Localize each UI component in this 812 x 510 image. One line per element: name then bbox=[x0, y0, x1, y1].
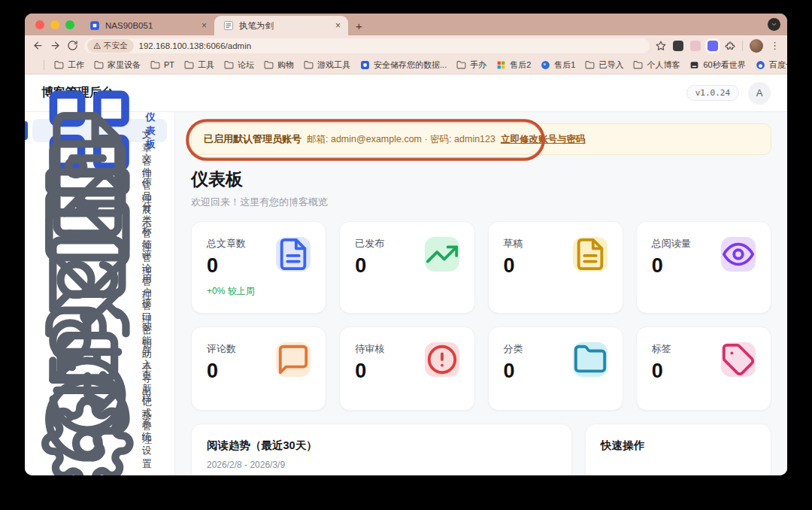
bookmark-item[interactable]: 已导入 bbox=[585, 59, 623, 71]
tab-title: 执笔为剑 bbox=[239, 20, 274, 32]
bookmark-item[interactable]: 个人博客 bbox=[633, 59, 680, 71]
version-badge: v1.0.24 bbox=[686, 85, 739, 101]
forward-button[interactable] bbox=[50, 40, 61, 51]
profile-avatar[interactable] bbox=[750, 39, 763, 53]
sidebar-item-icon bbox=[41, 397, 134, 475]
address-bar[interactable]: 不安全 192.168.100.138:6066/admin bbox=[84, 38, 650, 53]
bookmark-item[interactable]: 工具 bbox=[184, 59, 214, 71]
bookmark-icon bbox=[496, 60, 506, 70]
stat-card: 标签 0 bbox=[636, 326, 771, 411]
stat-label: 待审核 bbox=[355, 342, 384, 356]
stat-card: 待审核 0 bbox=[339, 326, 474, 411]
minimize-window-button[interactable] bbox=[50, 20, 59, 29]
bookmark-label: 售后2 bbox=[510, 59, 531, 71]
bookmark-item[interactable]: 安全储存您的数据... bbox=[360, 59, 447, 71]
page-subtitle: 欢迎回来！这里有您的博客概览 bbox=[191, 196, 771, 209]
stat-card: 已发布 0 bbox=[339, 221, 474, 314]
stat-value: 0 bbox=[355, 256, 384, 276]
extensions-puzzle-icon[interactable] bbox=[725, 41, 735, 51]
alert-bold-text: 已启用默认管理员账号 bbox=[204, 132, 301, 146]
bookmark-label: 游戏工具 bbox=[317, 59, 350, 71]
stat-icon-chip bbox=[573, 342, 607, 377]
tab-close-icon[interactable]: × bbox=[335, 21, 341, 30]
reading-trend-panel: 阅读趋势（最近30天） 2026/2/8 - 2026/3/9 bbox=[191, 423, 572, 475]
bookmark-icon bbox=[54, 60, 64, 70]
stat-card: 草稿 0 bbox=[488, 221, 623, 314]
bookmark-icon bbox=[150, 60, 160, 70]
stat-value: 0 bbox=[652, 256, 691, 276]
bookmark-label: 家里设备 bbox=[108, 59, 141, 71]
extension-icon[interactable] bbox=[690, 41, 701, 51]
bookmark-item[interactable]: 工作 bbox=[54, 59, 84, 71]
extension-icon[interactable] bbox=[707, 41, 718, 51]
browser-window: NAS90B051 × 执笔为剑 × + bbox=[25, 14, 787, 475]
sidebar-nav: 仪表板 文章管理 文件管理 作品展示 bbox=[25, 112, 175, 475]
reload-button[interactable] bbox=[67, 40, 78, 51]
change-credentials-link[interactable]: 立即修改账号与密码 bbox=[501, 133, 586, 146]
bookmark-item[interactable]: PT bbox=[150, 60, 174, 70]
bookmark-icon bbox=[541, 60, 550, 70]
bookmark-icon bbox=[264, 60, 274, 70]
bookmark-item[interactable]: 60秒看世界 bbox=[689, 59, 745, 71]
stat-label: 分类 bbox=[504, 342, 523, 356]
chrome-chevron-down-icon[interactable] bbox=[768, 18, 780, 31]
tab-favicon-icon bbox=[223, 20, 234, 31]
url-text: 192.168.100.138:6066/admin bbox=[139, 41, 252, 50]
bookmark-label: 购物 bbox=[277, 59, 294, 71]
bookmark-item[interactable]: 手办 bbox=[456, 59, 486, 71]
stat-value: 0 bbox=[207, 256, 255, 276]
stat-icon-chip bbox=[425, 342, 459, 377]
bookmark-label: 百度一下，你就知道 bbox=[769, 59, 787, 71]
bookmark-item[interactable]: 百度一下，你就知道 bbox=[756, 59, 787, 71]
stat-label: 评论数 bbox=[207, 342, 236, 356]
bookmark-item[interactable]: 论坛 bbox=[224, 59, 254, 71]
bookmark-label: 工作 bbox=[68, 59, 84, 71]
user-avatar[interactable]: A bbox=[748, 82, 771, 105]
bookmarks-divider bbox=[44, 60, 44, 70]
browser-tab[interactable]: 执笔为剑 × bbox=[214, 16, 348, 35]
stat-value: 0 bbox=[207, 361, 236, 381]
stat-icon-chip bbox=[721, 237, 756, 272]
bookmark-item[interactable]: 售后2 bbox=[496, 59, 531, 71]
bookmark-label: 售后1 bbox=[554, 59, 575, 71]
toolbar-right: ⋮ bbox=[656, 39, 780, 53]
bookmarks-bar: 工作 家里设备 PT 工具 bbox=[25, 56, 787, 74]
stat-label: 标签 bbox=[652, 342, 671, 356]
stat-card: 总阅读量 0 bbox=[636, 221, 771, 314]
stat-icon-chip bbox=[425, 237, 459, 272]
security-label: 不安全 bbox=[104, 41, 128, 51]
browser-tab[interactable]: NAS90B051 × bbox=[80, 16, 214, 35]
quick-actions-panel: 快速操作 bbox=[585, 423, 771, 475]
stat-icon-chip bbox=[276, 342, 311, 377]
bookmark-label: 安全储存您的数据... bbox=[374, 59, 447, 71]
stat-label: 总文章数 bbox=[207, 237, 255, 250]
bookmark-item[interactable]: 售后1 bbox=[541, 59, 575, 71]
desktop-screenshot: NAS90B051 × 执笔为剑 × + bbox=[0, 0, 812, 510]
browser-tabs: NAS90B051 × 执笔为剑 × bbox=[80, 16, 348, 35]
bookmark-label: 论坛 bbox=[238, 59, 254, 71]
new-tab-button[interactable]: + bbox=[348, 20, 370, 35]
bookmark-label: 工具 bbox=[198, 59, 214, 71]
tab-close-icon[interactable]: × bbox=[201, 21, 207, 30]
back-button[interactable] bbox=[32, 40, 44, 51]
stat-label: 草稿 bbox=[504, 237, 523, 250]
sidebar-item-label: 系统设置 bbox=[142, 417, 158, 471]
extension-icon[interactable] bbox=[673, 41, 683, 51]
bookmark-star-icon[interactable] bbox=[656, 41, 666, 51]
bookmark-item[interactable]: 游戏工具 bbox=[304, 59, 350, 71]
browser-menu-icon[interactable]: ⋮ bbox=[770, 40, 780, 51]
bookmark-item[interactable]: 家里设备 bbox=[94, 59, 141, 71]
bookmark-label: 60秒看世界 bbox=[703, 59, 745, 71]
bookmark-icon bbox=[456, 60, 466, 70]
app-header: 博客管理后台 v1.0.24 A bbox=[25, 74, 787, 112]
sidebar-item[interactable]: 系统设置 bbox=[32, 432, 167, 455]
bookmark-items: 工作 家里设备 PT 工具 bbox=[54, 59, 787, 71]
close-window-button[interactable] bbox=[35, 20, 44, 29]
security-badge[interactable]: 不安全 bbox=[87, 39, 134, 53]
reading-trend-title: 阅读趋势（最近30天） bbox=[207, 439, 556, 453]
tab-strip: NAS90B051 × 执笔为剑 × + bbox=[25, 14, 787, 35]
stat-value: 0 bbox=[652, 361, 671, 381]
bookmark-label: 个人博客 bbox=[647, 59, 680, 71]
bookmark-item[interactable]: 购物 bbox=[264, 59, 294, 71]
maximize-window-button[interactable] bbox=[65, 20, 74, 29]
